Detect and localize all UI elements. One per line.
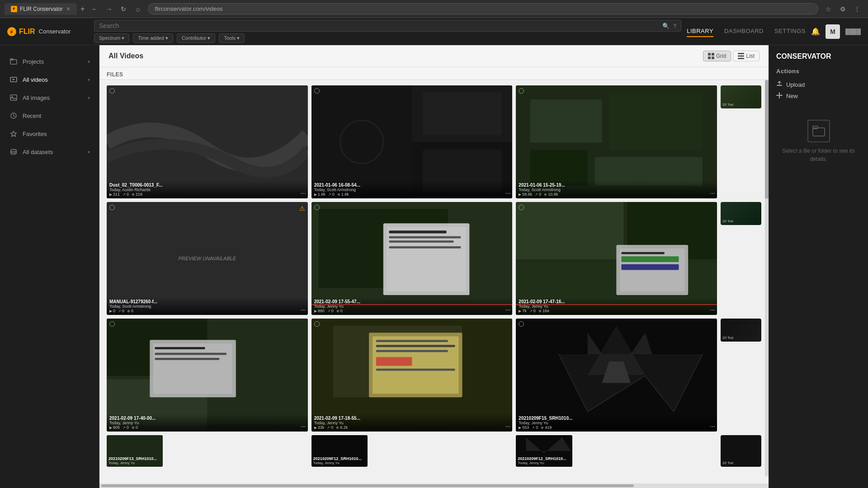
- scrollbar-thumb[interactable]: [765, 80, 769, 199]
- chevron-down-icon: ▾: [88, 95, 90, 100]
- thumb-overlay: 2021-02-09 17-18-55... Today, Jenny Yu ▶…: [311, 414, 513, 432]
- more-options-icon[interactable]: ···: [505, 422, 511, 430]
- more-options-icon[interactable]: ···: [505, 189, 511, 197]
- table-row[interactable]: 20210209F15_SRH1010... Today, Jenny Yu ▶…: [516, 319, 717, 432]
- sidebar-item-favorites[interactable]: Favorites: [0, 125, 99, 143]
- tab-dashboard[interactable]: DASHBOARD: [724, 26, 764, 37]
- filter-time-added[interactable]: Time added ▾: [133, 33, 173, 43]
- right-panel: CONSERVATOR Actions Upload New: [769, 45, 868, 488]
- back-button[interactable]: ←: [88, 3, 101, 15]
- menu-button[interactable]: ⋮: [851, 3, 863, 15]
- table-row[interactable]: 2021-01-06 15-25-19... Today, Scott Arms…: [516, 85, 717, 198]
- forward-button[interactable]: →: [103, 3, 115, 15]
- projects-icon: [9, 57, 18, 66]
- video-author: Today, Jenny Yu: [519, 421, 714, 425]
- sidebar-item-all-datasets[interactable]: All datasets ▾: [0, 143, 99, 161]
- grid-view-button[interactable]: Grid: [703, 51, 731, 61]
- video-author: Today, Jenny Yu: [519, 304, 714, 309]
- horizontal-scrollbar-thumb[interactable]: [101, 484, 634, 487]
- select-radio[interactable]: [314, 205, 320, 210]
- select-radio[interactable]: [314, 88, 320, 94]
- refresh-button[interactable]: ↻: [117, 3, 130, 15]
- table-row[interactable]: 20 Tod: [721, 319, 761, 342]
- filter-contributor[interactable]: Contributor ▾: [177, 33, 215, 43]
- table-row[interactable]: 20 Tod: [721, 202, 761, 225]
- grid-container[interactable]: Dust_02_T0006-0013_F... Today, Austin Ri…: [99, 80, 769, 483]
- select-radio[interactable]: [314, 321, 320, 327]
- video-stats: ▶ 880 ↗ 0 ⊕ 0: [314, 309, 510, 313]
- content-area: All Videos Grid List FILES: [99, 45, 769, 488]
- list-view-button[interactable]: List: [733, 51, 760, 61]
- table-row[interactable]: Dust_02_T0006-0013_F... Today, Austin Ri…: [107, 85, 308, 198]
- filter-tools[interactable]: Tools ▾: [219, 33, 245, 43]
- search-icon[interactable]: 🔍: [662, 23, 670, 29]
- table-row[interactable]: 20210209F12_SRH1010... Today, Jenny Yu: [311, 435, 368, 467]
- bookmark-button[interactable]: ☆: [822, 3, 835, 15]
- favorites-icon: [9, 129, 18, 138]
- video-title: 2021-01-06 16-08-54...: [314, 183, 510, 188]
- help-icon[interactable]: ?: [673, 23, 676, 29]
- all-videos-icon: [9, 75, 18, 84]
- logo-conservator: Conservator: [39, 28, 71, 35]
- extensions-button[interactable]: ⚙: [836, 3, 849, 15]
- video-author: Today, Scott Armstrong: [314, 188, 510, 192]
- app: F FLIR Conservator 🔍 ? Spectrum ▾ Time a…: [0, 18, 868, 488]
- upload-action[interactable]: Upload: [776, 79, 861, 90]
- video-title: 2021-02-09 17-18-55...: [314, 416, 510, 421]
- filter-spectrum[interactable]: Spectrum ▾: [94, 33, 129, 43]
- more-options-icon[interactable]: ···: [710, 422, 715, 430]
- video-title: Dust_02_T0006-0013_F...: [109, 183, 305, 188]
- table-row[interactable]: 2021-02-09 17-47-16... Today, Jenny Yu ▶…: [516, 202, 717, 315]
- svg-rect-17: [738, 58, 744, 59]
- warning-icon: ⚠: [299, 205, 305, 212]
- table-row[interactable]: 2021-02-09 17-40-00... Today, Jenny Yu ▶…: [107, 319, 308, 432]
- address-bar[interactable]: flirconservator.com/videos: [148, 3, 818, 14]
- video-title: MANUAL-91279260-f...: [109, 299, 305, 304]
- scrollbar-track[interactable]: [765, 80, 769, 476]
- more-options-icon[interactable]: ···: [301, 306, 306, 313]
- video-stats: ▶ 7k ↗ 0 ⊕ 184: [519, 309, 714, 313]
- select-radio[interactable]: [109, 88, 115, 94]
- table-row[interactable]: 20 Tod: [721, 85, 761, 108]
- browser-chrome: F FLIR Conservator ✕ + ← → ↻ ⌂ flirconse…: [0, 0, 868, 18]
- tab-library[interactable]: LIBRARY: [687, 26, 713, 37]
- video-stats: ▶ 33k ↗ 0 ⊕ 6.2k: [314, 425, 510, 430]
- home-button[interactable]: ⌂: [132, 3, 144, 15]
- more-options-icon[interactable]: ···: [710, 306, 715, 313]
- table-row[interactable]: 20 Tod: [721, 435, 761, 467]
- user-avatar[interactable]: M: [826, 24, 840, 39]
- browser-tab[interactable]: F FLIR Conservator ✕: [5, 3, 77, 15]
- tab-settings[interactable]: SETTINGS: [774, 26, 806, 37]
- table-row[interactable]: 20210209F13_SRH1010... Today, Jenny Yu: [107, 435, 163, 467]
- video-author: Today, Jenny Yu: [314, 304, 510, 309]
- recent-icon: [9, 111, 18, 120]
- sidebar-item-all-images[interactable]: All images ▾: [0, 89, 99, 107]
- sidebar-item-all-videos[interactable]: All videos ▾: [0, 70, 99, 89]
- new-tab-button[interactable]: +: [80, 5, 85, 13]
- chevron-down-icon: ▾: [88, 59, 90, 64]
- grid-view-label: Grid: [716, 53, 726, 59]
- table-row[interactable]: 20210209F12_SRH1010... Today, Jenny Yu: [516, 435, 572, 467]
- video-stats: ▶ 0 ↗ 0 ⊕ 0: [109, 309, 305, 313]
- actions-section: Actions Upload New: [776, 68, 861, 102]
- horizontal-scrollbar[interactable]: [99, 483, 769, 488]
- notifications-bell-icon[interactable]: 🔔: [811, 27, 820, 36]
- more-options-icon[interactable]: ···: [301, 422, 306, 430]
- close-tab-button[interactable]: ✕: [66, 6, 71, 12]
- files-section: FILES: [99, 67, 769, 80]
- table-row[interactable]: PREVIEW UNAVAILABLE ⚠ MANUAL-91279260-f.…: [107, 202, 308, 315]
- table-row[interactable]: 2021-02-09 17-55-47... Today, Jenny Yu ▶…: [311, 202, 513, 315]
- sidebar-item-recent[interactable]: Recent: [0, 107, 99, 125]
- more-options-icon[interactable]: ···: [710, 189, 715, 197]
- more-options-icon[interactable]: ···: [301, 189, 306, 197]
- sidebar-item-projects[interactable]: Projects ▾: [0, 52, 99, 70]
- table-row[interactable]: 2021-02-09 17-18-55... Today, Jenny Yu ▶…: [311, 319, 513, 432]
- video-author: Today, Jenny Yu: [314, 421, 510, 425]
- more-options-icon[interactable]: ···: [505, 306, 511, 313]
- table-row[interactable]: 2021-01-06 16-08-54... Today, Scott Arms…: [311, 85, 513, 198]
- video-stats: ▶ 805 ↗ 0 ⊕ 0: [109, 425, 305, 430]
- new-action[interactable]: New: [776, 90, 861, 102]
- search-input[interactable]: [99, 22, 659, 29]
- sidebar-item-label: Favorites: [23, 131, 47, 137]
- all-datasets-icon: [9, 147, 18, 156]
